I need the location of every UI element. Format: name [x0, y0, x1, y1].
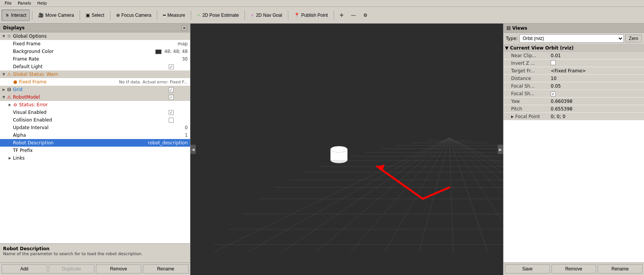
robot-model-label: RobotModel — [12, 94, 167, 100]
global-options-item[interactable]: ▼ ⚙ Global Options — [0, 32, 190, 40]
alpha-item[interactable]: Alpha 1 — [0, 131, 190, 139]
invert-z-checkbox[interactable] — [551, 60, 556, 65]
collision-enabled-checkbox[interactable] — [169, 118, 174, 123]
svg-line-37 — [423, 187, 449, 199]
displays-title: Displays — [3, 25, 25, 30]
displays-panel: Displays ✕ ▼ ⚙ Global Options Fixed Fram… — [0, 24, 190, 275]
displays-close-button[interactable]: ✕ — [182, 25, 187, 30]
global-status-label: Global Status: Warn — [12, 72, 190, 77]
tf-prefix-label: TF Prefix — [12, 148, 188, 153]
fixed-frame-item[interactable]: Fixed Frame map — [0, 40, 190, 48]
pose-estimate-icon: ✓ — [197, 13, 201, 18]
frame-rate-value: 30 — [182, 56, 190, 62]
minus-button[interactable]: — — [348, 10, 359, 21]
focal-point-row: ▶ Focal Point 0; 0; 0 — [503, 113, 644, 120]
fixed-frame-label: Fixed Frame — [12, 41, 177, 46]
remove-button[interactable]: Remove — [96, 264, 142, 273]
focal-point-expand[interactable]: ▶ — [511, 115, 514, 118]
settings-button[interactable]: ⚙ — [360, 10, 371, 21]
menu-panels[interactable]: Panels — [14, 1, 34, 6]
robot-model-checkbox[interactable] — [169, 95, 174, 100]
status-error-label: Status: Error — [18, 102, 190, 107]
rename-button[interactable]: Rename — [143, 264, 189, 273]
global-options-label: Global Options — [12, 34, 190, 39]
menu-file[interactable]: File — [2, 1, 14, 6]
grid-checkbox[interactable] — [169, 87, 174, 92]
focal-sh2-value — [549, 91, 644, 96]
collision-enabled-item[interactable]: Collision Enabled — [0, 116, 190, 124]
current-view-label: Current View Orbit (rviz) — [510, 45, 574, 51]
bg-color-item[interactable]: Background Color 48; 48; 48 — [0, 48, 190, 55]
select-button[interactable]: ▣ Select — [82, 10, 107, 21]
current-view-header[interactable]: ▼ Current View Orbit (rviz) — [503, 45, 644, 52]
add-button[interactable]: Add — [2, 264, 47, 273]
robot-model-item[interactable]: ▼ ⚠ RobotModel — [0, 93, 190, 101]
views-save-button[interactable]: Save — [505, 264, 550, 273]
menubar: File Panels Help — [0, 0, 644, 7]
nav-goal-button[interactable]: ✓ 2D Nav Goal — [247, 10, 286, 21]
robot-model-value — [167, 95, 190, 100]
measure-button[interactable]: ━ Measure — [160, 10, 189, 21]
focal-sh1-row: Focal Sh... 0.05 — [503, 82, 644, 90]
robot-description-item[interactable]: Robot Description robot_description — [0, 139, 190, 147]
update-interval-item[interactable]: Update Interval 0 — [0, 124, 190, 131]
views-zero-button[interactable]: Zero — [625, 35, 642, 42]
views-remove-button[interactable]: Remove — [551, 264, 596, 273]
duplicate-button[interactable]: Duplicate — [49, 264, 94, 273]
links-expand[interactable]: ▶ — [8, 156, 12, 160]
focus-camera-button[interactable]: ⊕ Focus Camera — [113, 10, 155, 21]
visual-enabled-checkbox[interactable] — [169, 110, 174, 115]
publish-point-button[interactable]: 📍 Publish Point — [291, 10, 331, 21]
yaw-row: Yaw 0.660398 — [503, 98, 644, 105]
publish-point-icon: 📍 — [294, 13, 300, 18]
crosshair-button[interactable]: ✛ — [336, 10, 347, 21]
viewport-scroll-right[interactable]: ▶ — [498, 145, 503, 154]
frame-rate-item[interactable]: Frame Rate 30 — [0, 55, 190, 63]
toolbar-sep-3 — [110, 11, 110, 20]
views-rename-button[interactable]: Rename — [598, 264, 642, 273]
svg-line-23 — [449, 138, 487, 252]
frame-rate-label: Frame Rate — [12, 56, 182, 62]
fixed-frame-warn-item[interactable]: ● Fixed Frame No tf data. Actual error: … — [0, 78, 190, 86]
svg-line-21 — [419, 138, 449, 252]
viewport[interactable]: .grid-line { stroke: #555; stroke-width:… — [190, 24, 503, 275]
views-tree: ▼ Current View Orbit (rviz) Near Clip...… — [503, 45, 644, 262]
status-error-item[interactable]: ▶ ⊖ Status: Error — [0, 101, 190, 109]
links-label: Links — [12, 155, 190, 161]
interact-icon: 🖱 — [5, 13, 10, 18]
ff-warn-icon: ● — [12, 79, 18, 85]
menu-help[interactable]: Help — [34, 1, 50, 6]
viewport-scroll-left[interactable]: ◀ — [190, 145, 196, 154]
invert-z-row: Invert Z ... — [503, 59, 644, 67]
update-interval-label: Update Interval — [12, 125, 185, 130]
links-item[interactable]: ▶ Links — [0, 154, 190, 162]
distance-value: 10 — [549, 76, 644, 81]
toolbar-sep-2 — [80, 11, 80, 20]
focal-sh2-checkbox[interactable] — [551, 91, 556, 96]
toolbar-sep-7 — [288, 11, 288, 20]
tf-prefix-item[interactable]: TF Prefix — [0, 147, 190, 154]
global-status-item[interactable]: ▼ ⚠ Global Status: Warn — [0, 70, 190, 78]
bg-color-swatch[interactable] — [155, 50, 161, 54]
pose-estimate-button[interactable]: ✓ 2D Pose Estimate — [193, 10, 242, 21]
near-clip-row: Near Clip... 0.01 — [503, 52, 644, 59]
grid-expand[interactable]: ▶ — [2, 88, 6, 91]
grid-item[interactable]: ▶ ⊟ Grid — [0, 86, 190, 93]
views-type-select[interactable]: Orbit (rviz) — [519, 34, 624, 43]
default-light-checkbox[interactable] — [169, 64, 174, 69]
invert-z-value — [549, 60, 644, 66]
toolbar-sep-1 — [32, 11, 32, 20]
main-area: Displays ✕ ▼ ⚙ Global Options Fixed Fram… — [0, 24, 644, 275]
status-error-expand[interactable]: ▶ — [8, 103, 12, 107]
default-light-item[interactable]: Default Light — [0, 63, 190, 70]
views-header: ⊟ Views — [503, 24, 644, 33]
svg-line-17 — [282, 138, 449, 252]
views-panel: ⊟ Views Type: Orbit (rviz) Zero ▼ Curren… — [503, 24, 644, 275]
robot-model-expand[interactable]: ▼ — [2, 95, 6, 99]
global-status-expand[interactable]: ▼ — [2, 72, 6, 76]
interact-button[interactable]: 🖱 Interact — [2, 10, 30, 21]
move-camera-button[interactable]: 🎥 Move Camera — [35, 10, 77, 21]
global-options-expand-arrow[interactable]: ▼ — [2, 34, 6, 38]
displays-footer: Add Duplicate Remove Rename — [0, 262, 190, 275]
visual-enabled-item[interactable]: Visual Enabled — [0, 109, 190, 116]
